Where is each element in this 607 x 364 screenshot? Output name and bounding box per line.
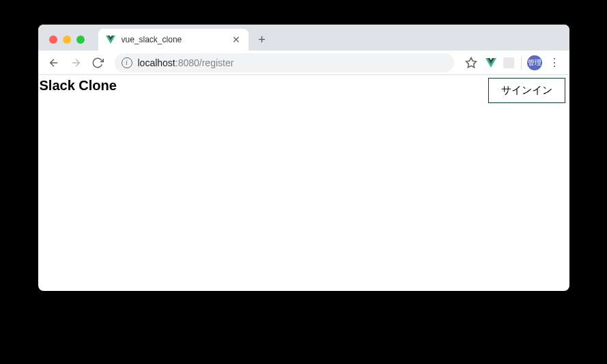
tab-bar: vue_slack_clone ✕ + bbox=[38, 25, 569, 51]
reload-button[interactable] bbox=[89, 54, 107, 72]
signin-button[interactable]: サインイン bbox=[488, 78, 565, 103]
toolbar-divider bbox=[521, 57, 522, 69]
svg-marker-0 bbox=[466, 57, 476, 67]
bookmark-star-icon[interactable] bbox=[462, 54, 480, 72]
back-button[interactable] bbox=[45, 54, 63, 72]
site-info-icon[interactable]: i bbox=[122, 57, 132, 68]
tab-title: vue_slack_clone bbox=[122, 35, 225, 44]
vue-devtools-extension-icon[interactable] bbox=[484, 56, 498, 70]
vue-favicon-icon bbox=[105, 34, 116, 45]
url-port: :8080 bbox=[175, 57, 199, 68]
maximize-window-button[interactable] bbox=[76, 36, 85, 44]
forward-button[interactable] bbox=[67, 54, 85, 72]
profile-badge[interactable]: 管理 bbox=[527, 55, 542, 70]
browser-tab[interactable]: vue_slack_clone ✕ bbox=[98, 29, 249, 51]
url-path: /register bbox=[199, 57, 234, 68]
url-host: localhost bbox=[138, 57, 175, 68]
minimize-window-button[interactable] bbox=[63, 36, 71, 44]
address-bar[interactable]: i localhost:8080/register bbox=[115, 53, 454, 72]
new-tab-button[interactable]: + bbox=[253, 30, 272, 49]
browser-toolbar: i localhost:8080/register 管理 ⋮ bbox=[38, 51, 569, 75]
url-text: localhost:8080/register bbox=[138, 57, 234, 68]
page-title: Slack Clone bbox=[40, 78, 117, 94]
browser-window: vue_slack_clone ✕ + i localhost:8080/reg… bbox=[38, 25, 569, 291]
page-content: Slack Clone サインイン bbox=[38, 75, 569, 106]
browser-menu-icon[interactable]: ⋮ bbox=[546, 56, 563, 69]
tab-close-icon[interactable]: ✕ bbox=[231, 34, 242, 45]
close-window-button[interactable] bbox=[49, 36, 57, 44]
window-controls bbox=[45, 36, 91, 51]
extension-icon[interactable] bbox=[502, 56, 516, 70]
